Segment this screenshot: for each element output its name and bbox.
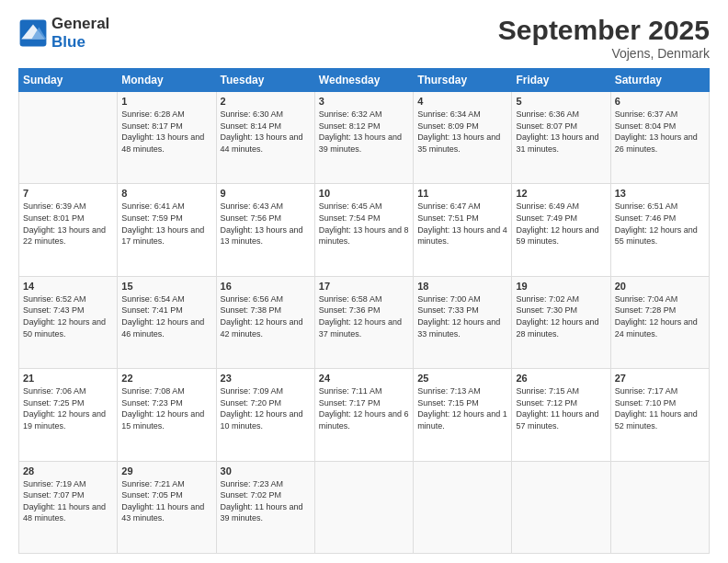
cell-w3-d0: 21Sunrise: 7:06 AM Sunset: 7:25 PM Dayli… [19, 369, 118, 461]
cell-info: Sunrise: 6:49 AM Sunset: 7:49 PM Dayligh… [516, 201, 606, 247]
cell-w0-d4: 4Sunrise: 6:34 AM Sunset: 8:09 PM Daylig… [414, 92, 512, 184]
cell-w0-d3: 3Sunrise: 6:32 AM Sunset: 8:12 PM Daylig… [314, 92, 413, 184]
header-sunday: Sunday [19, 69, 118, 92]
title-block: September 2025 Vojens, Denmark [498, 15, 710, 61]
cell-w4-d5 [512, 461, 610, 553]
week-row-2: 14Sunrise: 6:52 AM Sunset: 7:43 PM Dayli… [19, 276, 710, 368]
day-number: 23 [221, 373, 311, 384]
cell-w2-d4: 18Sunrise: 7:00 AM Sunset: 7:33 PM Dayli… [414, 276, 512, 368]
day-number: 19 [516, 281, 606, 292]
cell-info: Sunrise: 6:37 AM Sunset: 8:04 PM Dayligh… [615, 109, 705, 155]
cell-w2-d6: 20Sunrise: 7:04 AM Sunset: 7:28 PM Dayli… [610, 276, 709, 368]
day-number: 6 [615, 96, 705, 107]
cell-info: Sunrise: 7:08 AM Sunset: 7:23 PM Dayligh… [121, 385, 211, 431]
cell-info: Sunrise: 7:19 AM Sunset: 7:07 PM Dayligh… [23, 478, 113, 524]
cell-info: Sunrise: 7:15 AM Sunset: 7:12 PM Dayligh… [516, 385, 606, 431]
cell-w0-d6: 6Sunrise: 6:37 AM Sunset: 8:04 PM Daylig… [610, 92, 709, 184]
day-number: 29 [121, 465, 211, 477]
cell-w0-d1: 1Sunrise: 6:28 AM Sunset: 8:17 PM Daylig… [118, 92, 216, 184]
cell-info: Sunrise: 7:04 AM Sunset: 7:28 PM Dayligh… [615, 293, 705, 339]
cell-w4-d4 [414, 461, 512, 553]
cell-w3-d3: 24Sunrise: 7:11 AM Sunset: 7:17 PM Dayli… [314, 369, 413, 461]
cell-info: Sunrise: 6:30 AM Sunset: 8:14 PM Dayligh… [221, 109, 311, 155]
day-number: 21 [23, 373, 113, 384]
day-number: 4 [417, 96, 507, 107]
cell-w1-d4: 11Sunrise: 6:47 AM Sunset: 7:51 PM Dayli… [414, 184, 512, 276]
cell-w1-d0: 7Sunrise: 6:39 AM Sunset: 8:01 PM Daylig… [19, 184, 118, 276]
cell-w2-d1: 15Sunrise: 6:54 AM Sunset: 7:41 PM Dayli… [118, 276, 216, 368]
day-number: 12 [516, 188, 606, 199]
cell-info: Sunrise: 6:52 AM Sunset: 7:43 PM Dayligh… [23, 293, 113, 339]
cell-w2-d0: 14Sunrise: 6:52 AM Sunset: 7:43 PM Dayli… [19, 276, 118, 368]
cell-w4-d1: 29Sunrise: 7:21 AM Sunset: 7:05 PM Dayli… [118, 461, 216, 553]
day-number: 27 [615, 373, 705, 384]
day-number: 28 [23, 465, 113, 477]
header-monday: Monday [118, 69, 216, 92]
cell-w3-d5: 26Sunrise: 7:15 AM Sunset: 7:12 PM Dayli… [512, 369, 610, 461]
cell-w3-d2: 23Sunrise: 7:09 AM Sunset: 7:20 PM Dayli… [216, 369, 314, 461]
cell-info: Sunrise: 6:54 AM Sunset: 7:41 PM Dayligh… [121, 293, 211, 339]
header-thursday: Thursday [414, 69, 512, 92]
cell-w4-d2: 30Sunrise: 7:23 AM Sunset: 7:02 PM Dayli… [216, 461, 314, 553]
day-number: 9 [221, 188, 311, 199]
cell-w0-d0 [19, 92, 118, 184]
calendar-table: Sunday Monday Tuesday Wednesday Thursday… [18, 68, 710, 554]
cell-info: Sunrise: 6:51 AM Sunset: 7:46 PM Dayligh… [615, 201, 705, 247]
day-number: 17 [319, 281, 409, 292]
day-number: 22 [121, 373, 211, 384]
cell-info: Sunrise: 6:39 AM Sunset: 8:01 PM Dayligh… [23, 201, 113, 247]
week-row-3: 21Sunrise: 7:06 AM Sunset: 7:25 PM Dayli… [19, 369, 710, 461]
day-number: 1 [121, 96, 211, 107]
cell-info: Sunrise: 6:41 AM Sunset: 7:59 PM Dayligh… [121, 201, 211, 247]
cell-info: Sunrise: 6:58 AM Sunset: 7:36 PM Dayligh… [319, 293, 409, 339]
day-number: 3 [319, 96, 409, 107]
day-number: 13 [615, 188, 705, 199]
header-friday: Friday [512, 69, 610, 92]
cell-info: Sunrise: 7:11 AM Sunset: 7:17 PM Dayligh… [319, 385, 409, 431]
header-tuesday: Tuesday [216, 69, 314, 92]
cell-w3-d6: 27Sunrise: 7:17 AM Sunset: 7:10 PM Dayli… [610, 369, 709, 461]
day-number: 15 [121, 281, 211, 292]
logo: General Blue [18, 15, 109, 51]
day-number: 5 [516, 96, 606, 107]
week-row-1: 7Sunrise: 6:39 AM Sunset: 8:01 PM Daylig… [19, 184, 710, 276]
day-number: 7 [23, 188, 113, 199]
cell-w0-d2: 2Sunrise: 6:30 AM Sunset: 8:14 PM Daylig… [216, 92, 314, 184]
cell-info: Sunrise: 6:43 AM Sunset: 7:56 PM Dayligh… [221, 201, 311, 247]
day-number: 20 [615, 281, 705, 292]
cell-info: Sunrise: 6:34 AM Sunset: 8:09 PM Dayligh… [417, 109, 507, 155]
cell-info: Sunrise: 7:17 AM Sunset: 7:10 PM Dayligh… [615, 385, 705, 431]
day-number: 25 [417, 373, 507, 384]
cell-w4-d6 [610, 461, 709, 553]
cell-w3-d4: 25Sunrise: 7:13 AM Sunset: 7:15 PM Dayli… [414, 369, 512, 461]
header-saturday: Saturday [610, 69, 709, 92]
cell-info: Sunrise: 6:45 AM Sunset: 7:54 PM Dayligh… [319, 201, 409, 247]
cell-w2-d2: 16Sunrise: 6:56 AM Sunset: 7:38 PM Dayli… [216, 276, 314, 368]
cell-info: Sunrise: 7:13 AM Sunset: 7:15 PM Dayligh… [417, 385, 507, 431]
cell-w1-d6: 13Sunrise: 6:51 AM Sunset: 7:46 PM Dayli… [610, 184, 709, 276]
day-number: 30 [221, 465, 311, 477]
cell-info: Sunrise: 6:56 AM Sunset: 7:38 PM Dayligh… [221, 293, 311, 339]
week-row-0: 1Sunrise: 6:28 AM Sunset: 8:17 PM Daylig… [19, 92, 710, 184]
month-title: September 2025 [498, 15, 710, 46]
cell-w1-d5: 12Sunrise: 6:49 AM Sunset: 7:49 PM Dayli… [512, 184, 610, 276]
day-number: 24 [319, 373, 409, 384]
cell-info: Sunrise: 6:28 AM Sunset: 8:17 PM Dayligh… [121, 109, 211, 155]
cell-w1-d2: 9Sunrise: 6:43 AM Sunset: 7:56 PM Daylig… [216, 184, 314, 276]
cell-info: Sunrise: 7:21 AM Sunset: 7:05 PM Dayligh… [121, 478, 211, 524]
week-row-4: 28Sunrise: 7:19 AM Sunset: 7:07 PM Dayli… [19, 461, 710, 553]
day-number: 14 [23, 281, 113, 292]
cell-info: Sunrise: 6:47 AM Sunset: 7:51 PM Dayligh… [417, 201, 507, 247]
cell-info: Sunrise: 6:32 AM Sunset: 8:12 PM Dayligh… [319, 109, 409, 155]
cell-info: Sunrise: 7:02 AM Sunset: 7:30 PM Dayligh… [516, 293, 606, 339]
logo-blue: Blue [51, 33, 109, 52]
cell-w4-d0: 28Sunrise: 7:19 AM Sunset: 7:07 PM Dayli… [19, 461, 118, 553]
cell-info: Sunrise: 7:09 AM Sunset: 7:20 PM Dayligh… [221, 385, 311, 431]
day-number: 8 [121, 188, 211, 199]
cell-info: Sunrise: 7:06 AM Sunset: 7:25 PM Dayligh… [23, 385, 113, 431]
day-number: 11 [417, 188, 507, 199]
header-row: Sunday Monday Tuesday Wednesday Thursday… [19, 69, 710, 92]
day-number: 18 [417, 281, 507, 292]
cell-info: Sunrise: 7:23 AM Sunset: 7:02 PM Dayligh… [221, 478, 311, 524]
day-number: 26 [516, 373, 606, 384]
